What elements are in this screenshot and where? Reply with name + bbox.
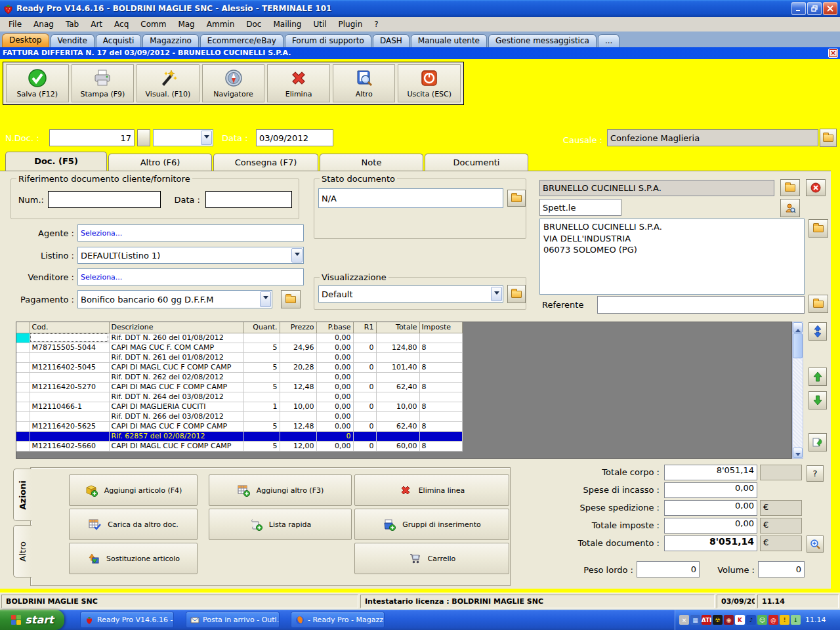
cell-imposte[interactable] — [419, 411, 462, 421]
customer-lookup-button[interactable] — [780, 179, 800, 196]
agente-field[interactable]: Seleziona... — [77, 224, 304, 242]
restore-button[interactable] — [807, 2, 822, 15]
cell-r1[interactable] — [353, 411, 376, 421]
main-tab[interactable]: Manuale utente — [411, 34, 487, 47]
cell-prezzo[interactable]: 12,48 — [280, 382, 316, 392]
cell-pbase[interactable]: 0,00 — [316, 392, 353, 402]
chevron-down-icon[interactable] — [260, 291, 271, 307]
cell-pbase[interactable]: 0 — [316, 431, 353, 441]
cell-pbase[interactable]: 0,00 — [316, 402, 353, 411]
cell-totale[interactable]: 10,00 — [376, 402, 419, 411]
cell-descrizione[interactable]: CAPI DI MAG CUC F COMP CAMP — [109, 382, 243, 392]
visualizzazione-combo[interactable]: Default — [318, 285, 503, 303]
cell-quantita[interactable] — [243, 372, 280, 382]
taskbar-task[interactable]: Posta in arrivo - Outl... — [186, 612, 280, 628]
cell-r1[interactable] — [353, 333, 376, 343]
cell-prezzo[interactable] — [280, 333, 316, 343]
row-selector[interactable] — [16, 382, 30, 392]
volume-input[interactable] — [758, 561, 805, 578]
col-header[interactable]: R1 — [353, 322, 376, 333]
cell-prezzo[interactable] — [280, 372, 316, 382]
cell-r1[interactable]: 0 — [353, 441, 376, 451]
total-value[interactable]: 8'051,14 — [664, 465, 757, 480]
toolbar-button[interactable]: Altro — [333, 64, 396, 102]
table-row[interactable]: M12116402-5660 CAPI DI MAGL CUC F COMP C… — [16, 441, 462, 451]
cell-r1[interactable] — [353, 392, 376, 402]
col-header[interactable]: Prezzo — [280, 322, 316, 333]
customer-name-field[interactable] — [539, 180, 774, 196]
row-up-button[interactable] — [808, 368, 827, 386]
action-button[interactable]: Carica da altro doc. — [69, 509, 198, 540]
table-row[interactable]: Rif. DDT N. 260 del 01/08/2012 0,00 — [16, 333, 462, 343]
cell-descrizione[interactable]: CAPI DI MAGL CUC F COMP CAMP — [109, 441, 243, 451]
salutation-field[interactable] — [539, 199, 621, 216]
cell-imposte[interactable]: 8 — [419, 441, 462, 451]
cell-prezzo[interactable]: 20,28 — [280, 362, 316, 372]
cell-totale[interactable] — [376, 352, 419, 362]
ndoc-spin-button[interactable] — [137, 129, 150, 146]
tray-icon[interactable]: ▦ — [690, 615, 700, 625]
cell-descrizione[interactable]: Rif. 62857 del 02/08/2012 — [109, 431, 243, 441]
menu-item[interactable]: Mag — [172, 18, 200, 31]
menu-item[interactable]: Art — [85, 18, 108, 31]
cell-descrizione[interactable]: CAPI DI MAG CUC F COMP CAMP — [109, 421, 243, 431]
cell-totale[interactable]: 62,40 — [376, 421, 419, 431]
cell-cod[interactable] — [30, 352, 109, 362]
toolbar-button[interactable]: Stampa (F9) — [72, 64, 135, 102]
cell-prezzo[interactable] — [280, 392, 316, 402]
cell-imposte[interactable] — [419, 372, 462, 382]
cell-totale[interactable]: 62,40 — [376, 382, 419, 392]
cell-prezzo[interactable]: 24,96 — [280, 343, 316, 352]
tray-icon[interactable]: ATI — [702, 615, 711, 625]
doc-tab[interactable]: Altro (F6) — [108, 154, 212, 171]
scroll-thumb[interactable] — [793, 333, 803, 358]
row-selector[interactable] — [16, 362, 30, 372]
chevron-down-icon[interactable] — [491, 287, 502, 301]
cell-r1[interactable]: 0 — [353, 402, 376, 411]
address-lookup-button[interactable] — [808, 219, 828, 238]
cell-pbase[interactable]: 0,00 — [316, 333, 353, 343]
cell-descrizione[interactable]: CAPI DI MAGLIERIA CUCITI — [109, 402, 243, 411]
pagamento-lookup-button[interactable] — [281, 290, 301, 308]
cell-quantita[interactable]: 5 — [243, 343, 280, 352]
taskbar-task[interactable]: - Ready Pro - Magazz... — [291, 612, 385, 628]
tab-altro[interactable]: Altro — [13, 525, 32, 578]
table-row[interactable]: Rif. DDT N. 264 del 03/08/2012 0,00 — [16, 392, 462, 402]
cell-totale[interactable] — [376, 372, 419, 382]
cell-r1[interactable] — [353, 352, 376, 362]
cell-totale[interactable] — [376, 431, 419, 441]
menu-item[interactable]: Anag — [28, 18, 60, 31]
tray-icon[interactable]: ! — [780, 615, 789, 625]
scroll-up-icon[interactable] — [793, 322, 803, 333]
ndoc-input[interactable] — [49, 129, 135, 146]
cell-quantita[interactable]: 5 — [243, 441, 280, 451]
cell-totale[interactable]: 101,40 — [376, 362, 419, 372]
cell-cod[interactable] — [30, 431, 109, 441]
listino-combo[interactable]: DEFAULT(Listino 1) — [77, 247, 304, 264]
main-tab[interactable]: ... — [598, 34, 620, 47]
tray-icon[interactable]: K — [735, 615, 745, 625]
cell-totale[interactable] — [376, 411, 419, 421]
refresh-grid-button[interactable] — [808, 433, 827, 452]
row-selector[interactable] — [16, 441, 30, 451]
cell-pbase[interactable]: 0,00 — [316, 421, 353, 431]
cell-pbase[interactable]: 0,00 — [316, 411, 353, 421]
table-row[interactable]: M12116420-5270 CAPI DI MAG CUC F COMP CA… — [16, 382, 462, 392]
cell-quantita[interactable] — [243, 411, 280, 421]
tray-icon[interactable]: ♪ — [746, 615, 756, 625]
action-button[interactable]: Gruppi di inserimento — [354, 509, 509, 540]
cell-prezzo[interactable]: 10,00 — [280, 402, 316, 411]
main-tab[interactable]: DASH — [373, 34, 410, 47]
cell-cod[interactable] — [30, 392, 109, 402]
stato-lookup-button[interactable] — [507, 190, 526, 207]
doc-tab[interactable]: Consegna (F7) — [213, 154, 318, 171]
col-header[interactable]: Imposte — [419, 322, 462, 333]
cell-totale[interactable]: 124,80 — [376, 343, 419, 352]
stato-field[interactable]: N/A — [318, 188, 503, 208]
cell-quantita[interactable] — [243, 431, 280, 441]
menu-item[interactable]: Ammin — [201, 18, 241, 31]
cell-quantita[interactable]: 1 — [243, 402, 280, 411]
row-selector[interactable] — [16, 421, 30, 431]
cell-quantita[interactable]: 5 — [243, 421, 280, 431]
toolbar-button[interactable]: Uscita (ESC) — [398, 64, 461, 102]
